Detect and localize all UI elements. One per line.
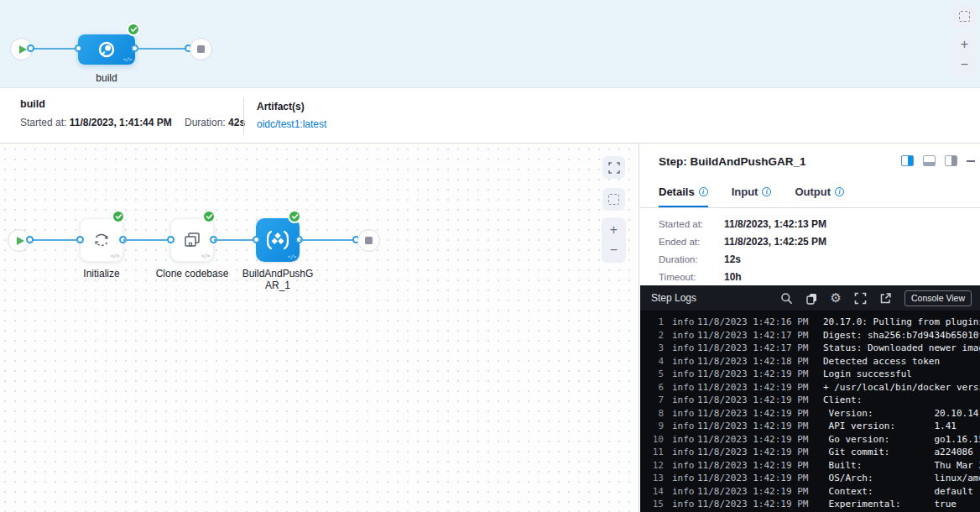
log-message: Status: Downloaded newer image for p bbox=[823, 342, 980, 355]
log-level: info bbox=[672, 342, 696, 355]
log-message: Client: bbox=[823, 394, 980, 407]
search-icon[interactable] bbox=[780, 292, 793, 305]
log-line-number: 6 bbox=[647, 381, 664, 394]
detail-row: Timeout: 10h bbox=[659, 268, 972, 285]
log-message: Digest: sha256:b7d9434b65010f038f8ec bbox=[823, 329, 980, 342]
step-logs-header: Step Logs ⚙ bbox=[640, 285, 980, 311]
graph-edge bbox=[300, 239, 357, 241]
layout-right-panel-icon[interactable] bbox=[901, 155, 914, 166]
log-line-number: 8 bbox=[647, 407, 664, 421]
tab-output[interactable]: Output i bbox=[795, 180, 844, 207]
log-level: info bbox=[672, 355, 696, 368]
stage-title: build bbox=[20, 98, 45, 110]
started-value: 11/8/2023, 1:41:44 PM bbox=[70, 117, 172, 128]
log-level: info bbox=[672, 420, 696, 433]
step-logs-title: Step Logs bbox=[651, 292, 696, 304]
detail-row: Started at: 11/8/2023, 1:42:13 PM bbox=[659, 215, 972, 232]
zoom-out-button[interactable]: − bbox=[952, 55, 977, 75]
log-timestamp: 11/8/2023 1:42:19 PM bbox=[697, 446, 815, 459]
pipeline-execution-page: </> build + − build Started at: 11/8/202… bbox=[0, 0, 980, 512]
step-node-initialize[interactable]: </> bbox=[80, 218, 123, 262]
log-level: info bbox=[672, 329, 696, 342]
log-message: Built: Thu Mar 24 01:45 bbox=[823, 459, 980, 473]
log-line: 1 info 11/8/2023 1:42:16 PM 20.17.0: Pul… bbox=[640, 316, 980, 329]
gear-icon[interactable]: ⚙ bbox=[831, 292, 842, 305]
log-line: 11 info 11/8/2023 1:42:19 PM Git commit:… bbox=[640, 446, 980, 459]
log-line-number: 5 bbox=[647, 368, 664, 381]
started-label: Started at: bbox=[20, 117, 66, 128]
graph-edge bbox=[30, 239, 81, 241]
step-details-panel: Step: BuildAndPushGAR_1 Details i Input … bbox=[640, 144, 980, 512]
panel-layout-controls bbox=[901, 155, 975, 166]
log-line-number: 9 bbox=[647, 420, 664, 433]
log-line-number: 14 bbox=[647, 485, 664, 499]
log-line-number: 2 bbox=[647, 329, 664, 342]
collapse-panel-icon[interactable] bbox=[967, 160, 975, 162]
log-level: info bbox=[672, 485, 696, 499]
stage-end-node bbox=[357, 229, 380, 252]
log-timestamp: 11/8/2023 1:42:19 PM bbox=[697, 407, 815, 421]
layout-minimized-panel-icon[interactable] bbox=[945, 155, 957, 166]
log-line-number: 10 bbox=[647, 433, 664, 447]
artifacts-label: Artifact(s) bbox=[257, 101, 305, 112]
log-timestamp: 11/8/2023 1:42:19 PM bbox=[697, 498, 815, 511]
log-timestamp: 11/8/2023 1:42:19 PM bbox=[697, 485, 815, 499]
external-link-icon[interactable] bbox=[879, 292, 892, 305]
layout-fill bbox=[951, 156, 957, 165]
code-toggle-icon: </> bbox=[201, 253, 210, 259]
fullscreen-icon[interactable] bbox=[854, 292, 867, 305]
zoom-in-button[interactable]: + bbox=[602, 220, 626, 240]
copy-icon[interactable] bbox=[805, 292, 818, 305]
zoom-in-button[interactable]: + bbox=[952, 34, 977, 55]
marquee-select-button[interactable] bbox=[953, 5, 976, 28]
success-check-icon bbox=[202, 210, 216, 223]
log-line: 3 info 11/8/2023 1:42:17 PM Status: Down… bbox=[640, 342, 980, 355]
step-node-buildandpushgar-1[interactable]: </> bbox=[256, 218, 300, 262]
log-message: Git commit: a224086 bbox=[823, 446, 980, 459]
step-label: Initialize bbox=[55, 268, 148, 280]
log-line: 6 info 11/8/2023 1:42:19 PM + /usr/local… bbox=[640, 381, 980, 394]
step-details-list: Started at: 11/8/2023, 1:42:13 PM Ended … bbox=[659, 215, 972, 285]
pipeline-overview-canvas[interactable]: </> build + − bbox=[0, 0, 980, 88]
log-timestamp: 11/8/2023 1:42:19 PM bbox=[697, 459, 815, 473]
log-line: 4 info 11/8/2023 1:42:18 PM Detected acc… bbox=[640, 355, 980, 368]
detail-label: Timeout: bbox=[659, 272, 724, 282]
gar-icon bbox=[263, 227, 292, 253]
detail-row: Duration: 12s bbox=[659, 250, 972, 268]
tab-label: Input bbox=[732, 185, 758, 198]
log-line: 12 info 11/8/2023 1:42:19 PM Built: Thu … bbox=[640, 459, 980, 473]
log-timestamp: 11/8/2023 1:42:17 PM bbox=[697, 329, 815, 342]
stage-canvas[interactable]: </> Initialize </> Clone codebase bbox=[0, 144, 639, 512]
step-panel-header: Step: BuildAndPushGAR_1 bbox=[640, 144, 980, 180]
success-check-icon bbox=[127, 23, 140, 36]
tab-input[interactable]: Input i bbox=[732, 180, 772, 207]
stage-node-build[interactable]: </> bbox=[78, 34, 135, 65]
layout-fill bbox=[908, 156, 914, 165]
step-logs-body[interactable]: 1 info 11/8/2023 1:42:16 PM 20.17.0: Pul… bbox=[640, 311, 980, 512]
info-icon[interactable]: i bbox=[835, 187, 844, 196]
marquee-select-button[interactable] bbox=[602, 188, 625, 211]
log-line: 2 info 11/8/2023 1:42:17 PM Digest: sha2… bbox=[640, 329, 980, 342]
step-panel-title: Step: BuildAndPushGAR_1 bbox=[659, 155, 806, 168]
info-icon[interactable]: i bbox=[762, 187, 771, 196]
detail-value: 10h bbox=[724, 271, 742, 283]
log-message: Context: default bbox=[823, 485, 980, 499]
zoom-out-button[interactable]: − bbox=[602, 240, 626, 260]
log-actions: ⚙ Console View bbox=[780, 290, 972, 306]
info-icon[interactable]: i bbox=[699, 187, 708, 196]
fit-to-screen-button[interactable] bbox=[602, 156, 625, 179]
layout-bottom-panel-icon[interactable] bbox=[923, 155, 936, 166]
step-node-clone-codebase[interactable]: </> bbox=[170, 218, 214, 262]
tab-details[interactable]: Details i bbox=[659, 180, 708, 207]
detail-row: Ended at: 11/8/2023, 1:42:25 PM bbox=[659, 232, 972, 250]
tab-label: Output bbox=[795, 185, 831, 198]
console-view-button[interactable]: Console View bbox=[904, 290, 972, 306]
artifact-link[interactable]: oidc/test1:latest bbox=[257, 118, 326, 130]
detail-value: 11/8/2023, 1:42:13 PM bbox=[724, 218, 826, 230]
log-line: 13 info 11/8/2023 1:42:19 PM OS/Arch: li… bbox=[640, 472, 980, 485]
log-level: info bbox=[672, 381, 696, 394]
marquee-select-icon bbox=[959, 11, 970, 22]
log-message: Login successful bbox=[823, 368, 980, 381]
log-timestamp: 11/8/2023 1:42:19 PM bbox=[697, 433, 815, 447]
log-level: info bbox=[672, 472, 696, 485]
